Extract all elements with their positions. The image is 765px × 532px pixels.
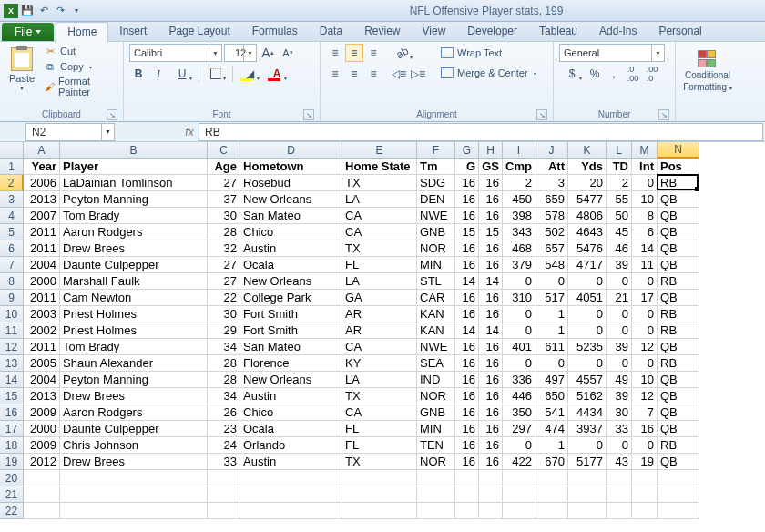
cell[interactable]: 16 — [479, 191, 503, 208]
cell[interactable]: 39 — [607, 257, 632, 273]
cell[interactable]: SEA — [417, 355, 455, 372]
cell[interactable]: 401 — [503, 339, 536, 355]
cell[interactable]: 16 — [479, 240, 503, 257]
cell[interactable]: 27 — [208, 175, 240, 191]
column-header[interactable]: N — [658, 142, 699, 159]
cell[interactable]: 2004 — [24, 257, 60, 273]
clipboard-launcher-icon[interactable]: ↘ — [107, 109, 117, 120]
cell[interactable]: Marshall Faulk — [60, 273, 208, 290]
name-box[interactable]: N2▼ — [26, 123, 115, 141]
row-header[interactable]: 7 — [0, 257, 24, 273]
row-header[interactable]: 2 — [0, 175, 24, 191]
row-header[interactable]: 12 — [0, 339, 24, 355]
cell[interactable]: 11 — [632, 257, 658, 273]
cell[interactable]: RB — [658, 306, 699, 322]
cell[interactable]: 17 — [632, 290, 658, 306]
align-top-button[interactable]: ≡ — [326, 44, 344, 62]
cell[interactable]: 0 — [607, 306, 632, 322]
cell[interactable]: 39 — [607, 339, 632, 355]
cell[interactable] — [607, 503, 632, 519]
cell[interactable]: New Orleans — [240, 372, 342, 388]
redo-icon[interactable]: ↷ — [53, 4, 67, 18]
cell[interactable]: 16 — [455, 437, 479, 454]
column-header[interactable]: B — [60, 142, 208, 159]
cell[interactable]: 2013 — [24, 388, 60, 404]
cell[interactable]: 2009 — [24, 437, 60, 454]
cell[interactable]: KY — [342, 355, 417, 372]
cell[interactable]: 0 — [607, 437, 632, 454]
cell[interactable]: TX — [342, 175, 417, 191]
align-left-button[interactable]: ≡ — [326, 65, 344, 83]
cell[interactable]: 2012 — [24, 454, 60, 470]
merge-center-button[interactable]: Merge & Center▾ — [434, 64, 543, 82]
cell[interactable]: 30 — [607, 404, 632, 421]
cell[interactable]: 8 — [632, 208, 658, 224]
cell[interactable]: QB — [658, 404, 699, 421]
conditional-formatting-button[interactable]: Conditional Formatting ▾ — [681, 44, 734, 98]
cell[interactable]: 0 — [503, 306, 536, 322]
cell[interactable]: 0 — [632, 322, 658, 339]
cell[interactable]: Drew Brees — [60, 240, 208, 257]
cell[interactable]: 2011 — [24, 339, 60, 355]
underline-button[interactable]: U — [169, 65, 195, 83]
cell[interactable]: 16 — [479, 257, 503, 273]
cell[interactable]: 16 — [479, 454, 503, 470]
cell[interactable]: 5235 — [568, 339, 607, 355]
cell[interactable]: 16 — [455, 208, 479, 224]
cell[interactable]: 16 — [479, 404, 503, 421]
cell[interactable]: New Orleans — [240, 191, 342, 208]
cell[interactable] — [60, 503, 208, 519]
cell[interactable]: 297 — [503, 421, 536, 437]
cell[interactable]: 0 — [632, 306, 658, 322]
cell[interactable]: AR — [342, 322, 417, 339]
cell[interactable]: 0 — [568, 306, 607, 322]
cell[interactable]: GNB — [417, 224, 455, 240]
column-header[interactable]: M — [632, 142, 658, 159]
cell[interactable] — [417, 470, 455, 486]
cell[interactable]: 336 — [503, 372, 536, 388]
cell[interactable]: Yds — [568, 159, 607, 175]
cell[interactable] — [60, 486, 208, 503]
cell[interactable]: CA — [342, 404, 417, 421]
cell[interactable]: FL — [342, 421, 417, 437]
tab-add-ins[interactable]: Add-Ins — [588, 22, 648, 41]
cell[interactable]: 16 — [455, 404, 479, 421]
cell[interactable]: 34 — [208, 388, 240, 404]
cell[interactable] — [479, 503, 503, 519]
cell[interactable]: QB — [658, 224, 699, 240]
cell[interactable]: 0 — [607, 273, 632, 290]
cell[interactable]: KAN — [417, 306, 455, 322]
save-icon[interactable]: 💾 — [20, 4, 35, 18]
cell[interactable]: 4434 — [568, 404, 607, 421]
cell[interactable]: 497 — [536, 372, 568, 388]
cell[interactable]: QB — [658, 372, 699, 388]
cell[interactable] — [568, 470, 607, 486]
row-header[interactable]: 11 — [0, 322, 24, 339]
cell[interactable]: Peyton Manning — [60, 372, 208, 388]
cell[interactable]: QB — [658, 191, 699, 208]
cell[interactable] — [632, 470, 658, 486]
cell[interactable]: 578 — [536, 208, 568, 224]
cell[interactable]: 2006 — [24, 175, 60, 191]
chevron-down-icon[interactable]: ▼ — [651, 45, 664, 61]
cell[interactable]: QB — [658, 240, 699, 257]
cell[interactable]: 16 — [455, 175, 479, 191]
cell[interactable]: Fort Smith — [240, 306, 342, 322]
cell[interactable]: 16 — [455, 355, 479, 372]
cell[interactable]: SDG — [417, 175, 455, 191]
cell[interactable]: 0 — [568, 437, 607, 454]
cell[interactable]: 16 — [455, 372, 479, 388]
cell[interactable]: Cmp — [503, 159, 536, 175]
tab-view[interactable]: View — [412, 22, 457, 41]
cell[interactable]: 0 — [503, 355, 536, 372]
tab-home[interactable]: Home — [56, 22, 108, 42]
number-launcher-icon[interactable]: ↘ — [658, 109, 669, 120]
cell[interactable]: 22 — [208, 290, 240, 306]
cell[interactable]: 16 — [632, 421, 658, 437]
cell[interactable]: Drew Brees — [60, 388, 208, 404]
cell[interactable]: 43 — [607, 454, 632, 470]
cell[interactable]: 0 — [503, 273, 536, 290]
row-header[interactable]: 6 — [0, 240, 24, 257]
cell[interactable]: GA — [342, 290, 417, 306]
row-header[interactable]: 15 — [0, 388, 24, 404]
